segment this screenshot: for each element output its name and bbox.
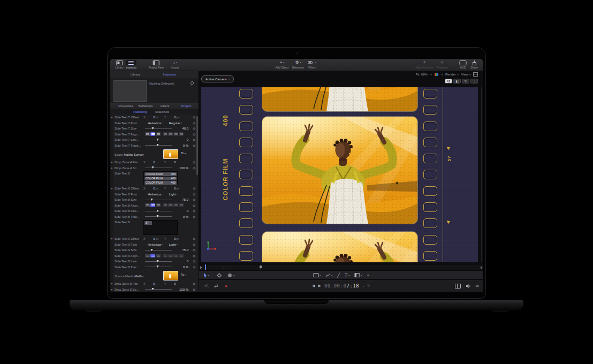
subtab-snapshots[interactable]: Snapshots <box>155 110 169 113</box>
y-value-field[interactable]: 0 <box>166 161 176 164</box>
timeline-marker[interactable] <box>260 266 262 268</box>
align-button[interactable] <box>145 132 150 136</box>
cycle-icon[interactable]: ↻ <box>367 284 370 288</box>
x-value-field[interactable]: 0 <box>146 282 155 285</box>
record-button[interactable]: ● <box>225 280 227 292</box>
align-button[interactable] <box>173 203 178 207</box>
panel-scrollbar[interactable] <box>196 116 198 175</box>
keyframe-diamond-icon[interactable] <box>193 133 195 135</box>
exposure-view-button[interactable]: ◧ <box>453 79 461 84</box>
keyframe-diamond-icon[interactable] <box>193 122 195 124</box>
slider-track[interactable] <box>145 289 172 290</box>
slider-track[interactable] <box>145 140 172 140</box>
slider-track[interactable] <box>145 250 172 251</box>
x-value-field[interactable]: 0 <box>146 161 155 164</box>
timeline-toggle-icon[interactable] <box>455 284 461 289</box>
align-button[interactable] <box>179 254 184 257</box>
previous-frame-button[interactable]: ◀ <box>312 284 315 288</box>
play-button[interactable]: ▶ <box>318 284 321 288</box>
font-family-popup[interactable]: Helvetica▾ <box>148 122 163 125</box>
slider-value-field[interactable]: 0 <box>187 260 188 263</box>
behaviors-button[interactable]: ⚙▾ Behaviors <box>292 60 304 69</box>
range-start-icon[interactable] <box>200 266 202 269</box>
project-pane-button[interactable]: Project Pane <box>149 60 164 69</box>
keyframe-diamond-icon[interactable] <box>193 204 195 207</box>
align-button[interactable] <box>173 254 178 257</box>
font-family-popup[interactable]: Helvetica▾ <box>148 193 163 196</box>
dolly-view-button[interactable]: ↓ <box>470 79 478 84</box>
zoom-stepper-icon[interactable]: ▲▼ <box>430 73 432 76</box>
keyframe-diamond-icon[interactable] <box>193 249 195 252</box>
share-button[interactable]: Share <box>470 60 477 69</box>
library-button[interactable]: Library <box>115 60 123 69</box>
x-value-field[interactable]: 0 <box>146 116 155 119</box>
3d-transform-tool[interactable] <box>217 271 222 279</box>
slider-thumb[interactable] <box>152 166 154 169</box>
tab-properties[interactable]: Properties <box>118 104 133 108</box>
font-weight-popup[interactable]: Regular▾ <box>169 122 182 125</box>
y-value-field[interactable]: 0 <box>166 282 176 285</box>
slider-track[interactable] <box>145 216 172 217</box>
bezier-tool[interactable]: ▾ <box>325 273 332 277</box>
align-button[interactable] <box>150 203 155 207</box>
align-button[interactable] <box>150 132 155 136</box>
orbit-view-button[interactable]: ↻ <box>462 79 469 84</box>
slider-value-field[interactable]: 0 <box>187 138 188 141</box>
keyframe-diamond-icon[interactable] <box>193 166 195 169</box>
zoom-level[interactable]: Fit: 68% <box>416 73 428 76</box>
paint-stroke-tool[interactable]: ╱ <box>337 273 340 278</box>
text-entry-box[interactable]: 57 <box>143 220 178 235</box>
align-button[interactable] <box>156 132 161 136</box>
keyframe-diamond-icon[interactable] <box>193 161 195 164</box>
slider-track[interactable] <box>145 168 172 168</box>
x-value-field[interactable]: 0 <box>146 187 155 190</box>
audio-toggle-icon[interactable] <box>466 281 471 291</box>
keyframe-diamond-icon[interactable] <box>193 187 195 190</box>
font-weight-popup[interactable]: Light▾ <box>169 193 178 196</box>
y-value-field[interactable]: 0 <box>166 187 176 190</box>
camera-view-button[interactable] <box>445 79 452 84</box>
slider-thumb[interactable] <box>152 288 154 290</box>
keyframe-diamond-icon[interactable] <box>193 238 195 240</box>
slider-track[interactable] <box>145 200 172 200</box>
align-button[interactable] <box>150 254 155 257</box>
y-value-field[interactable]: 0 <box>166 116 176 119</box>
font-family-popup[interactable]: Helvetica▾ <box>148 243 163 246</box>
make-particles-button[interactable]: ✶ Make Particles <box>416 60 434 69</box>
align-button[interactable] <box>145 203 150 207</box>
layout-grid-icon[interactable] <box>473 72 478 77</box>
tab-behaviors[interactable]: Behaviors <box>139 104 153 108</box>
slider-thumb[interactable] <box>157 266 159 268</box>
slider-value-field[interactable]: 0 % <box>183 215 188 218</box>
align-button[interactable] <box>156 254 161 257</box>
adjust-item-tool[interactable]: × <box>367 273 369 278</box>
keyframe-diamond-icon[interactable] <box>193 199 195 201</box>
slider-track[interactable] <box>145 261 172 262</box>
pin-icon[interactable] <box>190 81 193 86</box>
rectangle-tool[interactable]: ▾ <box>313 273 321 277</box>
hud-button[interactable]: HUD <box>460 60 467 69</box>
align-button[interactable] <box>168 132 173 136</box>
slider-value-field[interactable]: 75.0 <box>182 248 188 252</box>
import-button[interactable]: ↓▾ Import <box>171 60 179 69</box>
camera-menu[interactable]: Active Camera ▾ <box>201 75 234 82</box>
x-value-field[interactable]: 0 <box>146 237 155 240</box>
tab-inspector[interactable]: Inspector <box>163 73 177 76</box>
replicate-button[interactable]: ✳ Replicate <box>437 60 448 69</box>
align-button[interactable] <box>163 203 168 207</box>
slider-thumb[interactable] <box>157 144 159 146</box>
keyframe-diamond-icon[interactable] <box>193 283 195 285</box>
slider-track[interactable] <box>145 145 172 146</box>
keyframe-diamond-icon[interactable] <box>193 243 195 246</box>
keyframe-diamond-icon[interactable] <box>193 254 195 257</box>
keyframe-diamond-icon[interactable] <box>193 215 195 218</box>
align-button[interactable] <box>179 203 184 207</box>
slider-thumb[interactable] <box>152 127 154 130</box>
slider-value-field[interactable]: 40.0 <box>182 127 188 130</box>
image-mask-tool[interactable]: ▾ <box>354 273 362 277</box>
playhead[interactable] <box>205 264 206 270</box>
media-action-popup[interactable]: To ▾ <box>181 273 186 276</box>
slider-value-field[interactable]: 0 % <box>183 266 188 269</box>
film-strip-canvas[interactable]: 400 COLOR FILM 57 <box>201 87 478 262</box>
text-entry-box[interactable]: COLOR FILM400COLOR FILM400COLOR FILM400 <box>143 171 178 185</box>
